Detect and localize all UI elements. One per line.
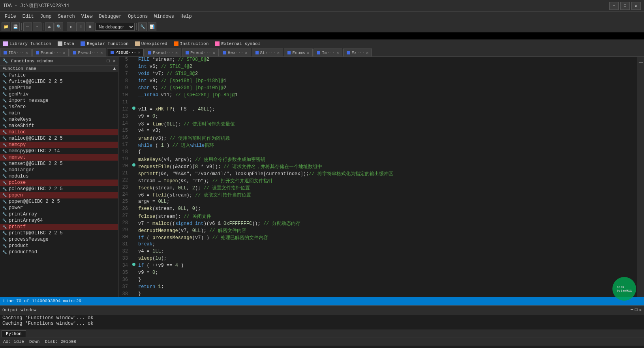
tab-pseudo4[interactable]: Pseud···✕ [145, 49, 181, 56]
minimize-button[interactable]: ─ [609, 2, 619, 10]
function-item[interactable]: 🔧memset@@GLIBC 2 2 5 [0, 161, 118, 167]
tab-close-btn[interactable]: ✕ [175, 51, 178, 55]
tab-str[interactable]: Str···✕ [252, 49, 284, 56]
output-content: Caching 'Functions window'... okCaching … [0, 314, 644, 329]
function-item[interactable]: 🔧import message [0, 97, 118, 104]
function-item[interactable]: 🔧modlarger [0, 167, 118, 173]
function-item[interactable]: 🔧printf@@GLIBC 2 2 5 [0, 230, 118, 236]
function-item[interactable]: 🔧printf [0, 224, 118, 230]
function-item[interactable]: 🔧printArray64 [0, 217, 118, 224]
code-view[interactable]: 5FILE *stream; // ST08_8@26int v6; // ST… [118, 57, 637, 297]
function-item[interactable]: 🔧malloc@@GLIBC 2 2 5 [0, 135, 118, 142]
toolbar-btn-1[interactable]: 📁 [2, 22, 10, 31]
tab-ida[interactable]: IDA···✕ [0, 49, 32, 56]
function-item[interactable]: 🔧makeShift [0, 123, 118, 129]
function-icon: 🔧 [2, 249, 7, 255]
toolbar-btn-6[interactable]: ⏸ [76, 22, 85, 31]
function-item[interactable]: 🔧genPriv [0, 91, 118, 97]
function-item[interactable]: 🔧processMessage [0, 236, 118, 243]
tab-close-btn[interactable]: ✕ [100, 51, 103, 55]
function-item[interactable]: 🔧memcpy [0, 142, 118, 148]
tab-pseudo5[interactable]: Pseud···✕ [182, 49, 219, 56]
tab-pseudo3[interactable]: Pseud···✕ [107, 49, 144, 56]
tab-close-btn[interactable]: ✕ [138, 50, 140, 55]
code-line: 38} [118, 291, 637, 297]
menu-item-jump[interactable]: Jump [37, 13, 55, 20]
function-item[interactable]: 🔧fwrite [0, 72, 118, 79]
menu-item-help[interactable]: Help [177, 13, 195, 20]
function-item[interactable]: 🔧printArray [0, 211, 118, 217]
function-item[interactable]: 🔧genPrime [0, 85, 118, 91]
sidebar-restore-btn[interactable]: □ [107, 58, 110, 64]
function-icon: 🔧 [2, 123, 7, 129]
menu-item-options[interactable]: Options [125, 13, 151, 20]
function-item[interactable]: 🔧fwrite@@GLIBC 2 2 5 [0, 79, 118, 85]
legend-item: Instruction [174, 41, 209, 46]
code-line: 32 v4 = 1LL; [118, 249, 637, 256]
toolbar-btn-back[interactable]: ← [23, 22, 32, 31]
function-item[interactable]: 🔧pclose@@GLIBC 2 2 5 [0, 186, 118, 192]
tab-close-btn[interactable]: ✕ [277, 51, 280, 55]
function-item[interactable]: 🔧modulus [0, 173, 118, 180]
function-icon: 🔧 [2, 174, 7, 179]
sort-icon: ▲ [113, 66, 116, 71]
tab-ex[interactable]: Ex···✕ [343, 49, 372, 56]
function-item[interactable]: 🔧main [0, 110, 118, 116]
menu-item-search[interactable]: Search [54, 13, 78, 20]
function-icon: 🔧 [2, 73, 7, 78]
toolbar-btn-9[interactable]: 📊 [148, 22, 156, 31]
tab-close-btn[interactable]: ✕ [213, 51, 215, 55]
function-name: popen@@GLIBC 2 2 5 [9, 199, 60, 204]
function-item[interactable]: 🔧productMod [0, 249, 118, 255]
menu-item-debugger[interactable]: Debugger [96, 13, 125, 20]
function-item[interactable]: 🔧popen@@GLIBC 2 2 5 [0, 198, 118, 205]
tab-close-btn[interactable]: ✕ [307, 51, 309, 55]
toolbar-btn-4[interactable]: 🔍 [54, 22, 63, 31]
line-content: if ( ++v9 == 4 ) [137, 263, 637, 268]
restore-button[interactable]: □ [620, 2, 630, 10]
function-item[interactable]: 🔧power [0, 205, 118, 211]
tab-close-btn[interactable]: ✕ [366, 51, 368, 55]
tab-hex[interactable]: Hex···✕ [220, 49, 251, 56]
function-list[interactable]: 🔧fwrite🔧fwrite@@GLIBC 2 2 5🔧genPrime🔧gen… [0, 72, 118, 297]
menu-item-view[interactable]: View [78, 13, 96, 20]
toolbar-btn-8[interactable]: 🔧 [138, 22, 147, 31]
tab-close-btn[interactable]: ✕ [245, 51, 247, 55]
output-close-btn[interactable]: ✕ [639, 307, 642, 312]
line-number: 14 [118, 121, 131, 126]
tab-close-btn[interactable]: ✕ [26, 51, 28, 55]
tab-im[interactable]: Im···✕ [314, 49, 342, 56]
function-item[interactable]: 🔧pclose [0, 180, 118, 186]
toolbar-btn-fwd[interactable]: → [33, 22, 41, 31]
menu-item-file[interactable]: File [2, 13, 19, 20]
tab-close-btn[interactable]: ✕ [336, 51, 339, 55]
sidebar-minimize-btn[interactable]: ─ [101, 58, 103, 64]
toolbar-btn-7[interactable]: ⏹ [86, 22, 94, 31]
output-restore-btn[interactable]: □ [635, 307, 638, 312]
function-item[interactable]: 🔧malloc [0, 129, 118, 135]
function-item[interactable]: 🔧product [0, 243, 118, 249]
window-title: IDA - J:\项目\CTF\C23\11 [3, 2, 609, 9]
tab-enums[interactable]: Enums✕ [284, 49, 313, 56]
function-item[interactable]: 🔧memcpy@@GLIBC 2 14 [0, 148, 118, 154]
tab-close-btn[interactable]: ✕ [63, 51, 65, 55]
close-button[interactable]: ✕ [631, 2, 641, 10]
code-line: 35 v9 = 0; [118, 270, 637, 277]
menu-item-edit[interactable]: Edit [19, 13, 37, 20]
debugger-select[interactable]: No debugger [95, 23, 135, 31]
function-item[interactable]: 🔧memset [0, 154, 118, 161]
menu-item-windows[interactable]: Windows [151, 13, 177, 20]
output-line: Caching 'Functions window'... ok [2, 321, 642, 326]
tab-pseudo1[interactable]: Pseud···✕ [32, 49, 69, 56]
function-item[interactable]: 🔧popen [0, 192, 118, 198]
toolbar-btn-3[interactable]: ⏏ [45, 22, 54, 31]
toolbar-sep-3 [65, 23, 65, 30]
sidebar-close-btn[interactable]: ✕ [113, 58, 116, 64]
function-item[interactable]: 🔧makeKeys [0, 116, 118, 123]
toolbar-btn-2[interactable]: 💾 [11, 22, 20, 31]
function-item[interactable]: 🔧isZero [0, 104, 118, 110]
toolbar-btn-5[interactable]: ▶ [67, 22, 75, 31]
tab-pseudo2[interactable]: Pseud···✕ [69, 49, 106, 56]
python-tab[interactable]: Python [2, 330, 26, 337]
output-minimize-btn[interactable]: ─ [631, 307, 633, 312]
